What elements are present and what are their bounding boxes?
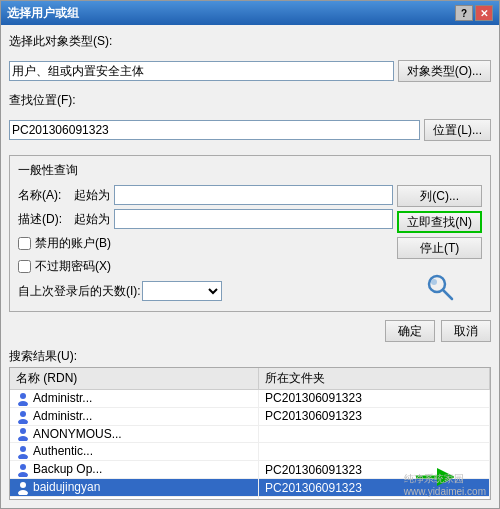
noexpire-checkbox[interactable]: [18, 260, 31, 273]
disabled-checkbox-row: 禁用的账户(B): [18, 235, 393, 252]
general-query-group: 一般性查询 名称(A): 起始为 描述(D): 起始为: [9, 155, 491, 312]
window-title: 选择用户或组: [7, 5, 79, 22]
name-label: 名称(A):: [18, 187, 70, 204]
table-row[interactable]: baidujingyanPC201306091323: [10, 479, 490, 497]
table-cell-folder: [259, 425, 490, 443]
object-type-button[interactable]: 对象类型(O)...: [398, 60, 491, 82]
row-name-text: Backup Op...: [33, 462, 102, 476]
results-section: 搜索结果(U): 名称 (RDN) 所在文件夹 Administr...PC20…: [9, 348, 491, 500]
table-cell-name: Administr...: [10, 390, 259, 408]
row-name-text: BATCH: [33, 498, 73, 500]
results-table: 名称 (RDN) 所在文件夹 Administr...PC20130609132…: [10, 368, 490, 500]
results-table-container[interactable]: 名称 (RDN) 所在文件夹 Administr...PC20130609132…: [9, 367, 491, 500]
row-name-text: baidujingyan: [33, 480, 100, 494]
desc-input[interactable]: [114, 209, 393, 229]
object-type-row: 选择此对象类型(S):: [9, 33, 491, 50]
columns-button[interactable]: 列(C)...: [397, 185, 482, 207]
results-label: 搜索结果(U):: [9, 348, 491, 365]
row-name-text: Authentic...: [33, 444, 93, 458]
table-row[interactable]: ANONYMOUS...: [10, 425, 490, 443]
stop-button[interactable]: 停止(T): [397, 237, 482, 259]
object-type-label: 选择此对象类型(S):: [9, 33, 112, 50]
name-input[interactable]: [114, 185, 393, 205]
location-value-row: 位置(L)...: [9, 119, 491, 141]
name-prefix: 起始为: [74, 187, 110, 204]
location-input[interactable]: [9, 120, 420, 140]
user-icon: [16, 463, 30, 477]
svg-point-2: [431, 279, 437, 285]
svg-point-3: [20, 393, 26, 399]
user-icon: [16, 410, 30, 424]
query-buttons: 列(C)... 立即查找(N) 停止(T): [397, 185, 482, 303]
close-button[interactable]: ✕: [475, 5, 493, 21]
title-bar: 选择用户或组 ? ✕: [1, 1, 499, 25]
table-row[interactable]: Backup Op...PC201306091323: [10, 461, 490, 479]
svg-point-12: [18, 472, 28, 477]
row-name-text: ANONYMOUS...: [33, 427, 122, 441]
desc-label: 描述(D):: [18, 211, 70, 228]
user-icon: [16, 427, 30, 441]
disabled-checkbox[interactable]: [18, 237, 31, 250]
svg-point-8: [18, 436, 28, 441]
table-row[interactable]: BATCH: [10, 496, 490, 500]
svg-point-14: [18, 490, 28, 495]
row-name-text: Administr...: [33, 391, 92, 405]
svg-point-11: [20, 464, 26, 470]
table-cell-folder: [259, 443, 490, 461]
svg-point-13: [20, 482, 26, 488]
table-cell-name: baidujingyan: [10, 479, 259, 497]
user-icon: [16, 392, 30, 406]
search-icon: [424, 271, 456, 303]
noexpire-checkbox-row: 不过期密码(X): [18, 258, 393, 275]
lastlogin-label: 自上次登录后的天数(I):: [18, 283, 138, 300]
lastlogin-row: 自上次登录后的天数(I):: [18, 281, 393, 301]
object-type-value-row: 对象类型(O)...: [9, 60, 491, 82]
user-icon: [16, 445, 30, 459]
table-cell-folder: PC201306091323: [259, 479, 490, 497]
col-folder-header: 所在文件夹: [259, 368, 490, 390]
row-name-text: Administr...: [33, 409, 92, 423]
table-cell-folder: PC201306091323: [259, 461, 490, 479]
search-icon-area: [397, 271, 482, 303]
table-row[interactable]: Administr...PC201306091323: [10, 390, 490, 408]
table-header-row: 名称 (RDN) 所在文件夹: [10, 368, 490, 390]
general-query-grid: 名称(A): 起始为 描述(D): 起始为 禁用的账户(B): [18, 185, 482, 303]
table-cell-folder: [259, 496, 490, 500]
user-icon: [16, 481, 30, 495]
name-row: 名称(A): 起始为: [18, 185, 393, 205]
object-type-input[interactable]: [9, 61, 394, 81]
table-row[interactable]: Authentic...: [10, 443, 490, 461]
user-icon: [16, 499, 30, 500]
cancel-button[interactable]: 取消: [441, 320, 491, 342]
col-name-header: 名称 (RDN): [10, 368, 259, 390]
title-bar-buttons: ? ✕: [455, 5, 493, 21]
dialog-content: 选择此对象类型(S): 对象类型(O)... 查找位置(F): 位置(L)...…: [1, 25, 499, 508]
location-label-row: 查找位置(F):: [9, 92, 491, 109]
general-query-title: 一般性查询: [18, 162, 482, 179]
svg-line-1: [443, 290, 452, 299]
main-window: 选择用户或组 ? ✕ 选择此对象类型(S): 对象类型(O)... 查找位置(F…: [0, 0, 500, 509]
query-fields: 名称(A): 起始为 描述(D): 起始为 禁用的账户(B): [18, 185, 393, 303]
location-button[interactable]: 位置(L)...: [424, 119, 491, 141]
table-cell-name: BATCH: [10, 496, 259, 500]
table-cell-folder: PC201306091323: [259, 390, 490, 408]
location-label: 查找位置(F):: [9, 92, 76, 109]
lastlogin-select[interactable]: [142, 281, 222, 301]
search-now-button[interactable]: 立即查找(N): [397, 211, 482, 233]
desc-row: 描述(D): 起始为: [18, 209, 393, 229]
table-cell-name: ANONYMOUS...: [10, 425, 259, 443]
disabled-label: 禁用的账户(B): [35, 235, 111, 252]
table-cell-folder: PC201306091323: [259, 407, 490, 425]
help-button[interactable]: ?: [455, 5, 473, 21]
table-row[interactable]: Administr...PC201306091323: [10, 407, 490, 425]
dialog-buttons: 确定 取消: [9, 320, 491, 342]
svg-point-6: [18, 419, 28, 424]
svg-point-4: [18, 401, 28, 406]
svg-point-9: [20, 446, 26, 452]
ok-button[interactable]: 确定: [385, 320, 435, 342]
svg-point-7: [20, 428, 26, 434]
svg-point-10: [18, 454, 28, 459]
table-cell-name: Backup Op...: [10, 461, 259, 479]
table-cell-name: Administr...: [10, 407, 259, 425]
svg-point-5: [20, 411, 26, 417]
